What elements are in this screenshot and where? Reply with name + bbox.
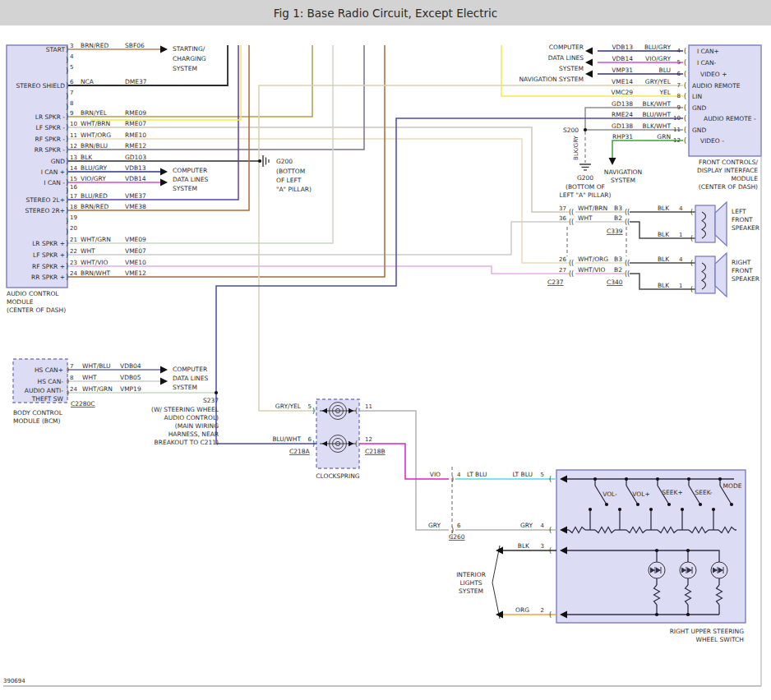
connector-pin-mark: ) bbox=[66, 113, 68, 121]
connector-pin-mark: ) bbox=[66, 67, 68, 75]
label-brn-red: BRN/RED bbox=[81, 203, 108, 210]
connector-pin-mark: ( bbox=[549, 611, 552, 619]
label-c218a: C218A bbox=[289, 448, 311, 455]
label-wht-org: WHT/ORG bbox=[578, 256, 608, 263]
label-vme12: VME12 bbox=[125, 269, 146, 277]
label-wht-vio: WHT/VIO bbox=[578, 266, 606, 274]
label-3: 3 bbox=[541, 543, 544, 550]
interior-brace bbox=[492, 546, 500, 619]
arrow-left-icon bbox=[585, 48, 593, 55]
label-system: SYSTEM bbox=[173, 65, 197, 72]
connector-pin-mark: ( bbox=[684, 115, 686, 122]
label-system: SYSTEM bbox=[173, 384, 197, 391]
label-rf-spkr: RF SPKR - bbox=[35, 136, 66, 143]
junction-dot bbox=[584, 128, 587, 131]
label-rme12: RME12 bbox=[125, 142, 146, 150]
label-rme09: RME09 bbox=[125, 109, 146, 117]
steering-switch-box bbox=[556, 470, 746, 623]
label-a-pillar: "A" PILLAR) bbox=[276, 186, 312, 193]
connector-pin-mark: ) bbox=[66, 263, 68, 270]
junction-dot bbox=[655, 549, 658, 552]
label-wht-brn: WHT/BRN bbox=[578, 205, 607, 212]
label-right: RIGHT bbox=[732, 259, 751, 266]
junction-dot bbox=[686, 613, 690, 616]
label-5: 5 bbox=[677, 59, 681, 66]
label-blu-wht: BLU/WHT bbox=[272, 435, 301, 443]
junction-dot bbox=[718, 477, 722, 481]
connector-pin-mark: ) bbox=[66, 158, 68, 165]
label-blk-wht: BLK/WHT bbox=[643, 122, 672, 130]
label-rme07: RME07 bbox=[125, 120, 146, 127]
label-4: 4 bbox=[541, 523, 545, 529]
label-b2: B2 bbox=[614, 214, 622, 222]
connector-pin-mark: (( bbox=[569, 219, 574, 226]
label-rr-spkr-+: RR SPKR + bbox=[31, 274, 65, 281]
label-4: 4 bbox=[679, 256, 683, 263]
label-i-can: I CAN - bbox=[44, 179, 65, 187]
label-c339: C339 bbox=[607, 228, 623, 235]
label-5: 5 bbox=[541, 472, 544, 478]
label-gd138: GD138 bbox=[612, 100, 633, 108]
connector-pin-mark: ( bbox=[684, 137, 686, 145]
label-4: 4 bbox=[457, 472, 461, 478]
label-computer: COMPUTER bbox=[549, 44, 584, 51]
connector-pin-mark: ) bbox=[312, 408, 315, 415]
connector-pin-mark: ) bbox=[66, 136, 68, 143]
label-i-can: I CAN- bbox=[697, 59, 717, 67]
label-charging: CHARGING bbox=[173, 55, 206, 62]
connector-pin-mark: ) bbox=[66, 82, 68, 90]
label-gnd: GND bbox=[51, 158, 65, 165]
connector-pin-mark: ( bbox=[684, 93, 686, 100]
label-8: 8 bbox=[70, 100, 73, 107]
connector-pin-mark: ( bbox=[549, 547, 552, 555]
label-wht: WHT bbox=[81, 247, 95, 255]
connector-pin-mark: ) bbox=[66, 104, 68, 111]
connector-pin-mark: ( bbox=[684, 71, 686, 78]
connector-pin-mark: ) bbox=[66, 251, 68, 259]
label-front: FRONT bbox=[732, 216, 753, 223]
junction-dot bbox=[215, 391, 218, 394]
label-i-can-+: I CAN + bbox=[41, 168, 65, 176]
label-system: SYSTEM bbox=[459, 587, 483, 595]
label-wht-org: WHT/ORG bbox=[81, 131, 111, 139]
label-5: 5 bbox=[308, 403, 312, 410]
label-vmp31: VMP31 bbox=[612, 67, 633, 74]
arrow-right-icon bbox=[160, 168, 168, 176]
label-module: MODULE bbox=[7, 298, 34, 306]
connector-pin-mark: ( bbox=[549, 527, 552, 534]
label-audio-remote: AUDIO REMOTE - bbox=[704, 115, 756, 122]
label-stereo-2r+: STEREO 2R+ bbox=[25, 207, 65, 214]
junction-dot bbox=[625, 477, 628, 481]
label-data-lines: DATA LINES bbox=[548, 54, 584, 62]
label-blk-gry: BLK/GRY bbox=[573, 135, 579, 159]
label-yel: YEL bbox=[659, 89, 672, 96]
label-lf-spkr-+: LF SPKR + bbox=[33, 251, 65, 259]
label-vme07: VME07 bbox=[125, 247, 146, 255]
junction-dot bbox=[593, 477, 597, 481]
label-harness-near: HARNESS, NEAR bbox=[169, 431, 219, 438]
label-speaker: SPEAKER bbox=[732, 275, 759, 283]
label-wht-brn: WHT/BRN bbox=[81, 120, 110, 127]
label-6: 6 bbox=[457, 523, 461, 529]
junction-dot bbox=[656, 477, 659, 481]
label-11: 11 bbox=[365, 403, 372, 410]
label-theft-sw: THEFT SW bbox=[31, 395, 64, 403]
label-vme37: VME37 bbox=[125, 192, 146, 200]
label-grn: GRN bbox=[657, 133, 671, 140]
label-vio: VIO bbox=[430, 471, 441, 478]
junction-dot bbox=[649, 508, 653, 511]
label-center-of-dash: (CENTER OF DASH) bbox=[699, 183, 758, 191]
label-gnd: GND bbox=[692, 104, 706, 112]
connector-pin-mark: ) bbox=[67, 366, 69, 374]
label-blk: BLK bbox=[518, 542, 530, 550]
label-blu: BLU bbox=[659, 67, 671, 74]
label-blk: BLK bbox=[658, 231, 670, 238]
label-display-interface: DISPLAY INTERFACE bbox=[697, 167, 758, 174]
label-6: 6 bbox=[308, 436, 312, 443]
label-22: 22 bbox=[70, 248, 77, 255]
label-gnd: GND bbox=[692, 127, 706, 134]
label-left: LEFT bbox=[732, 208, 746, 215]
label-23: 23 bbox=[70, 260, 77, 266]
label-gry: GRY bbox=[520, 522, 533, 529]
label-mode: MODE bbox=[723, 482, 742, 490]
